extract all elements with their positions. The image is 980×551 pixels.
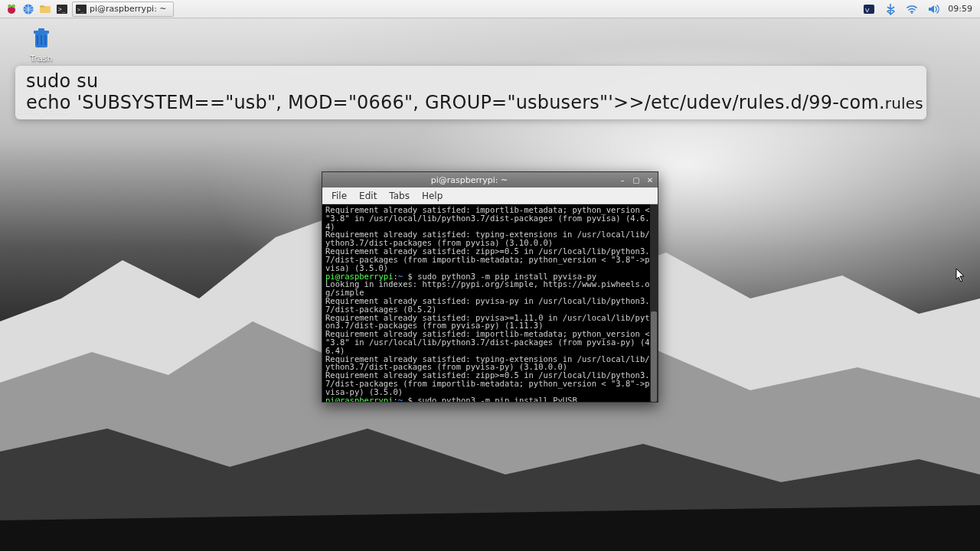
terminal-menubar: File Edit Tabs Help <box>322 187 658 204</box>
banner-line-1: sudo su <box>26 70 916 92</box>
file-manager-icon[interactable] <box>38 2 52 16</box>
desktop-trash[interactable]: Trash <box>17 26 66 64</box>
taskbar: >_ >_ pi@raspberrypi: ~ V 09:59 <box>0 0 980 18</box>
desktop-trash-label: Trash <box>17 54 66 64</box>
terminal-launcher-icon[interactable]: >_ <box>55 2 69 16</box>
menu-tabs[interactable]: Tabs <box>384 189 414 203</box>
taskbar-window-title: pi@raspberrypi: ~ <box>90 4 167 14</box>
window-close-button[interactable]: ✕ <box>644 174 656 185</box>
terminal-window: pi@raspberrypi: ~ – ▢ ✕ File Edit Tabs H… <box>322 171 658 403</box>
svg-marker-2 <box>0 429 980 551</box>
window-minimize-button[interactable]: – <box>616 174 629 185</box>
terminal-scrollbar[interactable] <box>650 204 658 402</box>
menu-help[interactable]: Help <box>417 189 447 203</box>
svg-rect-9 <box>40 5 44 8</box>
taskbar-window-button[interactable]: >_ pi@raspberrypi: ~ <box>72 2 174 17</box>
svg-text:>_: >_ <box>77 7 84 13</box>
svg-text:>_: >_ <box>58 6 66 13</box>
taskbar-clock[interactable]: 09:59 <box>948 4 972 14</box>
svg-point-16 <box>911 12 913 14</box>
terminal-titlebar[interactable]: pi@raspberrypi: ~ – ▢ ✕ <box>322 172 658 187</box>
window-maximize-button[interactable]: ▢ <box>630 174 642 185</box>
menu-edit[interactable]: Edit <box>354 189 381 203</box>
svg-rect-19 <box>38 28 44 31</box>
browser-globe-icon[interactable] <box>21 2 35 16</box>
volume-icon[interactable] <box>926 2 940 16</box>
terminal-body[interactable]: Requirement already satisfied: importlib… <box>322 204 658 402</box>
svg-text:V: V <box>865 7 870 14</box>
trash-icon <box>29 26 54 51</box>
svg-marker-3 <box>0 505 980 551</box>
svg-point-5 <box>8 4 11 8</box>
terminal-title-text: pi@raspberrypi: ~ <box>322 175 616 185</box>
vnc-icon[interactable]: V <box>862 2 876 16</box>
bluetooth-icon[interactable] <box>884 2 897 16</box>
terminal-icon: >_ <box>76 4 87 15</box>
command-overlay-banner: sudo su echo 'SUBSYSTEM=="usb", MOD="066… <box>15 66 926 119</box>
svg-point-6 <box>11 4 15 8</box>
menu-file[interactable]: File <box>327 189 351 203</box>
scrollbar-thumb[interactable] <box>651 311 657 402</box>
wifi-icon[interactable] <box>905 2 919 16</box>
mouse-cursor-icon <box>956 268 966 286</box>
menu-raspberry-icon[interactable] <box>5 2 18 16</box>
banner-line-2: echo 'SUBSYSTEM=="usb", MOD="0666", GROU… <box>26 92 916 113</box>
